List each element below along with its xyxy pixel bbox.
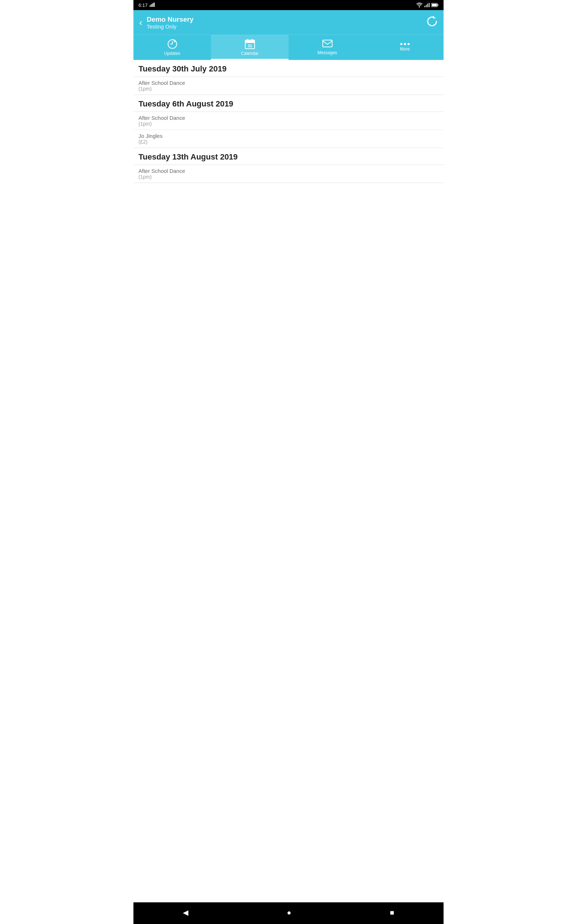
- svg-rect-2: [152, 3, 153, 7]
- svg-rect-18: [323, 40, 332, 47]
- header-title: Demo Nursery Testing Only: [147, 16, 193, 30]
- tab-messages-label: Messages: [318, 50, 337, 55]
- svg-rect-4: [154, 3, 155, 7]
- date-header-1: Tuesday 6th August 2019: [134, 95, 443, 112]
- svg-rect-8: [429, 3, 429, 7]
- svg-rect-1: [151, 4, 152, 7]
- svg-rect-10: [438, 4, 438, 6]
- bottom-nav: ◀ ● ■: [134, 902, 443, 924]
- nav-back-button[interactable]: ◀: [183, 908, 188, 917]
- nursery-subtitle: Testing Only: [147, 23, 193, 30]
- event-detail: (£2): [139, 139, 438, 145]
- battery-icon: [431, 3, 438, 7]
- tab-messages[interactable]: Messages: [288, 35, 366, 60]
- calendar-content: Tuesday 30th July 2019 After School Danc…: [134, 60, 443, 902]
- event-name: Jo Jingles: [139, 133, 438, 139]
- tab-calendar-label: Calendar: [241, 51, 259, 56]
- svg-text:31: 31: [247, 44, 252, 48]
- status-time: 6:17: [139, 3, 148, 8]
- date-section-1: Tuesday 6th August 2019 After School Dan…: [134, 95, 443, 148]
- date-section-2: Tuesday 13th August 2019 After School Da…: [134, 148, 443, 183]
- updates-icon: [167, 39, 178, 50]
- event-name: After School Dance: [139, 168, 438, 174]
- date-header-2: Tuesday 13th August 2019: [134, 148, 443, 165]
- event-name: After School Dance: [139, 115, 438, 121]
- svg-rect-7: [427, 3, 428, 7]
- messages-icon: [322, 39, 333, 49]
- nursery-name: Demo Nursery: [147, 16, 193, 23]
- more-icon: [400, 43, 410, 45]
- app-header: ‹ Demo Nursery Testing Only: [134, 10, 443, 35]
- wifi-icon: [416, 3, 423, 8]
- tab-calendar[interactable]: 31 Calendar: [211, 35, 288, 60]
- header-left: ‹ Demo Nursery Testing Only: [139, 16, 193, 30]
- nav-recents-button[interactable]: ■: [390, 908, 394, 917]
- date-header-0: Tuesday 30th July 2019: [134, 60, 443, 77]
- back-button[interactable]: ‹: [139, 18, 142, 27]
- tab-updates-label: Updates: [164, 51, 180, 56]
- calendar-icon: 31: [245, 39, 255, 50]
- event-item[interactable]: After School Dance (1pm): [134, 77, 443, 95]
- svg-rect-3: [153, 3, 154, 7]
- date-section-0: Tuesday 30th July 2019 After School Danc…: [134, 60, 443, 95]
- tab-more-label: More: [400, 47, 410, 52]
- tab-more[interactable]: More: [366, 35, 443, 60]
- status-bar-right: [416, 3, 438, 8]
- status-bar: 6:17: [134, 0, 443, 10]
- tab-bar: Updates 31 Calendar Messages More: [134, 35, 443, 60]
- tab-updates[interactable]: Updates: [134, 35, 211, 60]
- event-detail: (1pm): [139, 174, 438, 180]
- event-detail: (1pm): [139, 121, 438, 127]
- svg-rect-11: [432, 4, 437, 6]
- refresh-button[interactable]: [426, 16, 438, 29]
- event-item[interactable]: Jo Jingles (£2): [134, 130, 443, 148]
- sim-icon: [150, 3, 155, 8]
- nav-home-button[interactable]: ●: [287, 908, 291, 917]
- svg-rect-14: [245, 40, 255, 43]
- event-detail: (1pm): [139, 86, 438, 92]
- event-item[interactable]: After School Dance (1pm): [134, 165, 443, 183]
- svg-rect-6: [426, 5, 427, 7]
- signal-icon: [424, 3, 429, 7]
- status-bar-left: 6:17: [139, 3, 155, 8]
- svg-rect-5: [424, 6, 425, 7]
- event-name: After School Dance: [139, 80, 438, 86]
- svg-rect-0: [150, 5, 150, 7]
- event-item[interactable]: After School Dance (1pm): [134, 112, 443, 130]
